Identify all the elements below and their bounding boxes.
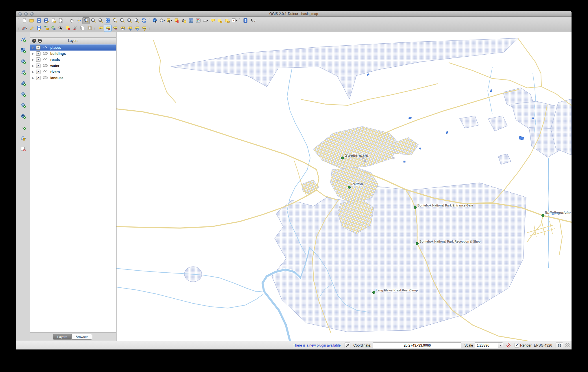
cut-features-icon[interactable] (71, 25, 79, 31)
dropdown-arrow-icon[interactable]: ▼ (24, 137, 26, 139)
deselect-features-icon[interactable] (173, 17, 180, 24)
open-project-icon[interactable] (28, 17, 35, 24)
new-shapefile-layer-icon[interactable]: ▼ (19, 134, 27, 142)
expand-arrow-icon[interactable]: ▶ (32, 70, 36, 73)
node-tool-icon[interactable] (57, 25, 64, 31)
layer-visibility-checkbox[interactable]: ✓ (36, 51, 40, 56)
save-project-as-icon[interactable] (42, 17, 50, 24)
run-feature-action-icon[interactable]: ▼ (158, 17, 166, 24)
layer-visibility-checkbox[interactable]: ✓ (36, 45, 40, 50)
current-edits-icon[interactable]: ▼ (21, 25, 28, 31)
expand-arrow-icon[interactable]: ▶ (32, 58, 36, 61)
coordinate-input[interactable] (373, 342, 461, 348)
add-wcs-layer-icon[interactable] (19, 101, 27, 109)
layer-row-buildings[interactable]: ▶✓buildings (30, 51, 116, 57)
dropdown-arrow-icon[interactable]: ▼ (236, 20, 238, 22)
layer-row-water[interactable]: ▶✓water (30, 63, 116, 69)
zoom-last-icon[interactable] (126, 17, 133, 24)
field-calculator-icon[interactable] (195, 17, 202, 24)
identify-icon[interactable]: i (151, 17, 158, 24)
add-mssql-layer-icon[interactable] (19, 79, 27, 87)
layer-visibility-checkbox[interactable]: ✓ (36, 76, 40, 80)
pin-labels-icon[interactable]: abc (104, 25, 111, 31)
zoom-window-icon[interactable] (30, 12, 34, 16)
add-feature-icon[interactable] (42, 25, 50, 31)
new-composer-icon[interactable] (50, 17, 57, 24)
magnifier-lock-icon[interactable] (506, 343, 511, 348)
layer-row-roads[interactable]: ▶✓roads (30, 57, 116, 63)
paste-features-icon[interactable] (86, 25, 93, 31)
add-spatialite-layer-icon[interactable] (19, 68, 27, 76)
dock-tab-browser[interactable]: Browser (71, 334, 92, 340)
layer-visibility-checkbox[interactable]: ✓ (36, 64, 40, 68)
map-tips-icon[interactable] (209, 17, 216, 24)
title-bar[interactable]: QGIS 2.0.1-Dufour - basic_map (16, 11, 572, 17)
new-project-icon[interactable] (21, 17, 28, 24)
dropdown-arrow-icon[interactable]: ▼ (171, 20, 173, 22)
attribute-table-icon[interactable] (187, 17, 195, 24)
expand-arrow-icon[interactable]: ▶ (32, 46, 36, 49)
add-postgis-layer-icon[interactable] (19, 57, 27, 65)
zoom-native-icon[interactable]: 1:1 (97, 17, 104, 24)
zoom-out-icon[interactable] (90, 17, 97, 24)
expand-arrow-icon[interactable]: ▶ (32, 77, 36, 79)
layer-visibility-checkbox[interactable]: ✓ (36, 70, 40, 74)
label-icon[interactable]: abc (97, 25, 104, 31)
add-vector-layer-icon[interactable] (19, 36, 27, 43)
copy-features-icon[interactable] (79, 25, 86, 31)
map-canvas[interactable]: Swellendam Railton Bontebok National Par… (116, 32, 572, 341)
layer-row-places[interactable]: ▶✓places (30, 44, 116, 51)
refresh-icon[interactable] (140, 17, 147, 24)
layer-visibility-checkbox[interactable]: ✓ (36, 57, 40, 62)
composer-manager-icon[interactable] (57, 17, 64, 24)
save-project-icon[interactable] (35, 17, 42, 24)
help-icon[interactable]: ? (242, 17, 249, 24)
layer-row-landuse[interactable]: ▶✓landuse (30, 75, 116, 81)
show-hide-labels-icon[interactable]: abc (119, 25, 126, 31)
toggle-editing-icon[interactable] (28, 25, 35, 31)
zoom-to-layer-icon[interactable] (119, 17, 126, 24)
move-label-icon[interactable]: abc (126, 25, 133, 31)
pan-map-icon[interactable] (68, 17, 75, 24)
add-raster-layer-icon[interactable] (19, 46, 27, 54)
remove-layer-icon[interactable] (19, 145, 27, 153)
minimize-window-icon[interactable] (24, 12, 28, 16)
expand-arrow-icon[interactable]: ▶ (32, 64, 36, 67)
crs-status-icon[interactable] (556, 343, 563, 348)
zoom-to-selection-icon[interactable] (111, 17, 119, 24)
close-window-icon[interactable] (19, 12, 22, 16)
select-by-expression-icon[interactable]: ε (180, 17, 187, 24)
resize-grip[interactable] (565, 343, 570, 347)
expand-arrow-icon[interactable]: ▶ (32, 52, 36, 55)
text-annotation-icon[interactable]: T▼ (231, 17, 238, 24)
move-feature-icon[interactable] (50, 25, 57, 31)
measure-icon[interactable]: ▼ (202, 17, 209, 24)
zoom-full-icon[interactable] (104, 17, 111, 24)
delete-selected-icon[interactable] (64, 25, 71, 31)
scale-combobox[interactable]: 1:23396 ▼ (475, 342, 503, 348)
show-bookmarks-icon[interactable] (223, 17, 231, 24)
add-delimited-text-layer-icon[interactable]: , (19, 123, 27, 131)
whats-this-icon[interactable]: ? (249, 17, 256, 24)
dock-tab-layers[interactable]: Layers (53, 334, 71, 340)
scale-dropdown-icon[interactable]: ▼ (498, 343, 503, 348)
dropdown-arrow-icon[interactable]: ▼ (163, 20, 165, 22)
plugin-manager-icon[interactable] (345, 343, 350, 348)
add-wfs-layer-icon[interactable] (19, 112, 27, 120)
change-label-icon[interactable]: abc (140, 25, 147, 31)
new-bookmark-icon[interactable] (216, 17, 223, 24)
dropdown-arrow-icon[interactable]: ▼ (207, 20, 209, 22)
plugin-available-link[interactable]: There is a new plugin available (293, 343, 341, 347)
dropdown-arrow-icon[interactable]: ▼ (26, 27, 28, 29)
save-layer-edits-icon[interactable] (35, 25, 42, 31)
main-content: ,▼ ✕ Layers ▶✓places▶✓buildings▶✓roads▶✓… (16, 32, 572, 341)
layer-row-rivers[interactable]: ▶✓rivers (30, 69, 116, 75)
render-checkbox[interactable]: ✓ (515, 343, 519, 347)
add-wms-layer-icon[interactable] (19, 90, 27, 98)
rotate-label-icon[interactable]: abc (133, 25, 140, 31)
zoom-next-icon[interactable] (133, 17, 140, 24)
zoom-in-icon[interactable] (82, 17, 90, 24)
pan-to-selection-icon[interactable] (75, 17, 82, 24)
select-features-icon[interactable]: ▼ (166, 17, 173, 24)
highlight-pinned-labels-icon[interactable]: abc (111, 25, 119, 31)
